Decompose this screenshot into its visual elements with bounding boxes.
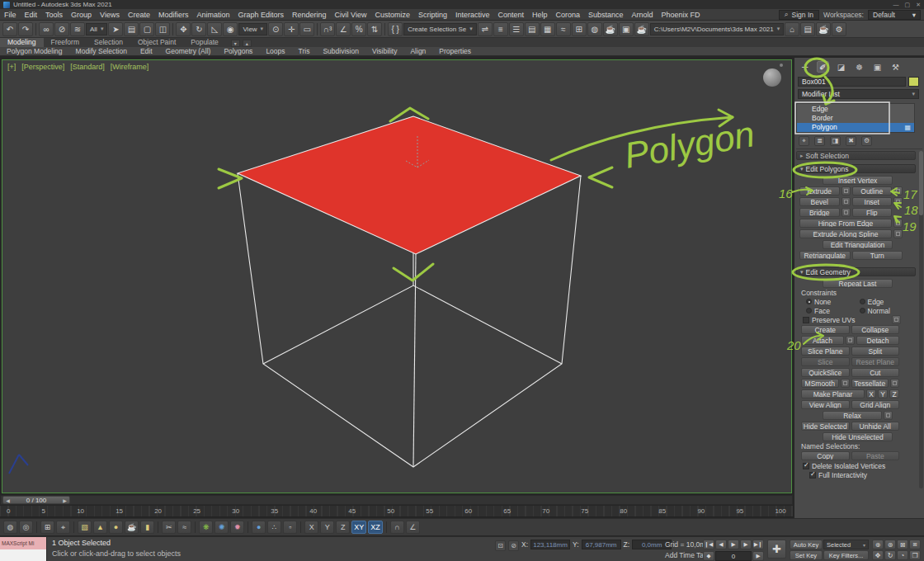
wire-sphere-icon[interactable]: ◎: [19, 521, 33, 534]
retriangulate-button[interactable]: Retriangulate: [799, 251, 851, 260]
panel-scrollbar[interactable]: [919, 151, 923, 488]
material-editor-icon[interactable]: ◍: [587, 22, 602, 36]
menu-item[interactable]: Group: [67, 9, 96, 20]
ribbon-panel-title[interactable]: Tris: [292, 47, 317, 55]
remove-modifier-icon[interactable]: ✖: [846, 136, 856, 146]
outline-button[interactable]: Outline: [852, 186, 893, 196]
z-constraint-button[interactable]: Z: [336, 521, 350, 534]
flip-button[interactable]: Flip: [852, 208, 893, 217]
modifier-list-dropdown[interactable]: Modifier List ▾: [798, 89, 919, 99]
collapse-button[interactable]: Collapse: [851, 325, 900, 334]
viewport-pov-menu[interactable]: [Perspective]: [21, 63, 64, 71]
named-selection-dropdown[interactable]: Create Selection Se▾: [403, 23, 477, 35]
scrollbar-thumb[interactable]: [919, 151, 923, 215]
inset-button[interactable]: Inset: [852, 197, 893, 206]
ribbon-toggle-icon[interactable]: ▦: [540, 22, 555, 36]
full-interactivity-checkbox[interactable]: [809, 472, 816, 478]
previous-frame-button[interactable]: ◀: [715, 540, 727, 549]
select-scale-icon[interactable]: ◺: [207, 22, 222, 36]
cylinder-primitive-icon[interactable]: ▮: [140, 521, 154, 534]
sphere-primitive-icon[interactable]: ●: [109, 521, 123, 534]
key-mode-dropdown[interactable]: Selected ▾: [823, 540, 869, 549]
viewport-scene[interactable]: [2, 60, 791, 493]
menu-item[interactable]: Customize: [370, 9, 414, 20]
ribbon-tab[interactable]: Freeform: [44, 38, 87, 47]
msmooth-settings-button[interactable]: [841, 379, 850, 388]
use-pivot-center-icon[interactable]: ⊙: [268, 22, 283, 36]
relax-button[interactable]: Relax: [823, 411, 882, 420]
inset-settings-button[interactable]: [893, 197, 903, 206]
menu-item[interactable]: Graph Editors: [233, 9, 288, 20]
ribbon-panel-title[interactable]: Properties: [432, 47, 478, 55]
sep[interactable]: [73, 521, 74, 533]
create-key-button[interactable]: ✚: [767, 540, 786, 559]
undo-icon[interactable]: ↶: [2, 22, 17, 36]
create-button[interactable]: Create: [801, 325, 850, 334]
turn-button[interactable]: Turn: [852, 251, 903, 260]
x-coordinate-field[interactable]: 123,118mm: [530, 540, 570, 549]
teapot-primitive-icon[interactable]: ☕: [125, 521, 139, 534]
bridge-settings-button[interactable]: [842, 208, 851, 217]
scene-explorer-icon[interactable]: ☰: [509, 22, 524, 36]
add-time-tag[interactable]: Add Time Tag: [665, 551, 708, 559]
sign-in-button[interactable]: ⌕ Sign In: [779, 10, 819, 20]
detach-button[interactable]: Detach: [856, 336, 899, 345]
green-atom-icon[interactable]: ❋: [199, 521, 213, 534]
menu-item[interactable]: Create: [124, 9, 154, 20]
keyboard-override-icon[interactable]: ▭: [299, 22, 314, 36]
extrude-settings-button[interactable]: [842, 186, 851, 196]
object-name-field[interactable]: Box001: [798, 77, 906, 87]
viewcube[interactable]: [763, 68, 781, 87]
show-end-result-icon[interactable]: ≣: [814, 136, 825, 146]
minimize-button[interactable]: —: [893, 2, 899, 8]
slice-plane-button[interactable]: Slice Plane: [801, 346, 850, 356]
scissors-icon[interactable]: ✂: [162, 521, 176, 534]
menu-item[interactable]: Views: [96, 9, 124, 20]
menu-item[interactable]: Rendering: [288, 9, 331, 20]
maxscript-macro-row[interactable]: MAXScript Mi: [0, 537, 46, 549]
curve-editor-icon[interactable]: ≈: [556, 22, 571, 36]
box-primitive-icon[interactable]: ▧: [78, 521, 92, 534]
viewport-general-menu[interactable]: [+]: [7, 63, 16, 71]
x-constraint-button[interactable]: X: [304, 521, 318, 534]
unlink-icon[interactable]: ⊘: [54, 22, 69, 36]
key-mode-toggle[interactable]: ◆: [703, 551, 714, 561]
y-coordinate-field[interactable]: 67,987mm: [582, 540, 621, 549]
sep[interactable]: [300, 521, 301, 533]
utilities-tab-icon[interactable]: ⚒: [889, 61, 902, 73]
rollout-soft-selection[interactable]: ▸ Soft Selection: [796, 151, 916, 160]
maximize-viewport-icon[interactable]: ❒: [909, 550, 921, 560]
ribbon-config-icon[interactable]: ▾: [231, 40, 240, 47]
maxscript-script-row[interactable]: [0, 549, 46, 561]
view-align-button[interactable]: View Align: [801, 400, 850, 409]
stack-subobject-item[interactable]: Edge: [797, 105, 914, 114]
maximize-button[interactable]: ▢: [905, 2, 911, 8]
rollout-edit-polygons[interactable]: ▾ Edit Polygons: [796, 164, 916, 173]
edit-triangulation-button[interactable]: Edit Triangulation: [823, 240, 893, 249]
preserve-uvs-settings-button[interactable]: [892, 315, 901, 324]
selected-top-polygon[interactable]: [238, 116, 581, 254]
copy-button[interactable]: Copy: [801, 451, 850, 460]
select-by-name-icon[interactable]: ▤: [124, 22, 139, 36]
pink-atom-icon[interactable]: ✹: [230, 521, 244, 534]
ribbon-panel-title[interactable]: Align: [403, 47, 432, 55]
make-unique-icon[interactable]: ◨: [830, 136, 841, 146]
display-tab-icon[interactable]: ▣: [871, 61, 884, 73]
hide-selected-button[interactable]: Hide Selected: [801, 422, 850, 431]
blue-sphere-icon[interactable]: ●: [252, 521, 266, 534]
stack-subobject-item[interactable]: Border: [797, 114, 914, 123]
viewport-style-menu[interactable]: [Standard]: [70, 63, 105, 71]
menu-item[interactable]: Civil View: [331, 9, 371, 20]
time-slider-track[interactable]: ◀ 0 / 100 ▶: [0, 495, 793, 505]
attach-button[interactable]: Attach: [801, 336, 844, 345]
attach-settings-button[interactable]: [846, 336, 855, 345]
y-constraint-button[interactable]: Y: [320, 521, 334, 534]
selection-filter-dropdown[interactable]: All▾: [86, 23, 107, 35]
menu-item[interactable]: Corona: [552, 9, 585, 20]
ribbon-tab[interactable]: Object Paint: [130, 38, 183, 47]
motion-tab-icon[interactable]: ☸: [853, 61, 865, 73]
menu-item[interactable]: Edit: [21, 9, 42, 20]
workspace-settings-icon[interactable]: ⚙: [832, 22, 846, 36]
constraint-face-radio[interactable]: Face: [806, 307, 860, 314]
pivot-icon[interactable]: ⌖: [56, 521, 70, 534]
